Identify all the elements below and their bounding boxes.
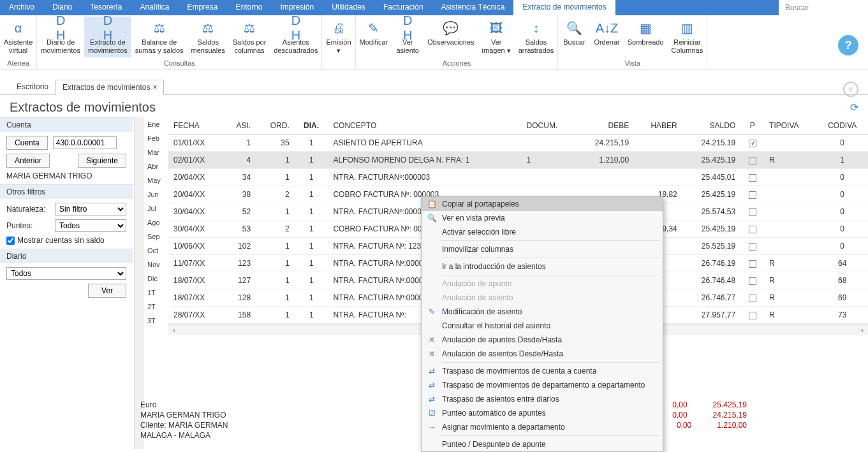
ribbon-ver[interactable]: 🖼Ver imagen ▾ [478, 17, 515, 57]
close-icon[interactable]: × [152, 83, 157, 92]
menu-extracto-de-movimientos[interactable]: Extracto de movimientos [513, 0, 615, 15]
table-row[interactable]: 20/04/XX3411NTRA. FACTURANº:00000325.445… [168, 169, 868, 186]
punteo-checkbox[interactable] [749, 157, 756, 164]
punteo-select[interactable]: Todos [55, 219, 126, 232]
ctx-modificaci-n-de-asiento[interactable]: ✎Modificación de asiento [422, 305, 663, 319]
col-saldo[interactable]: SALDO [682, 117, 740, 135]
ribbon-balance-de[interactable]: ⚖Balance de sumas y saldos [131, 17, 188, 57]
col-concepto[interactable]: CONCEPTO [328, 117, 521, 135]
menu-analítica[interactable]: Analítica [131, 0, 178, 15]
subtab-extractos-de-movimientos[interactable]: Extractos de movimientos× [55, 80, 164, 95]
col-codiva[interactable]: CODIVA [816, 117, 868, 135]
extracto-de-icon: D H [98, 19, 118, 37]
col-docum[interactable]: DOCUM. [522, 117, 576, 135]
ribbon-saldos[interactable]: ↕Saldos arrastrados [515, 17, 558, 57]
ctx-punteo-autom-tico-de-apuntes[interactable]: ☑Punteo automático de apuntes [422, 406, 663, 420]
refresh-icon[interactable]: ⟳ [850, 101, 858, 113]
ctx-anulaci-n-de-asientos-desde-hasta[interactable]: ✕Anulación de asientos Desde/Hasta [422, 347, 663, 361]
ribbon-diario-de[interactable]: D HDiario de movimientos [37, 17, 84, 57]
ribbon-asientos[interactable]: D HAsientos descuadrados [270, 17, 321, 57]
ctx-punteo-despunteo-de-apunte[interactable]: Punteo / Despunteo de apunte [422, 437, 663, 451]
month-3t[interactable]: 3T [143, 314, 168, 328]
punteo-checkbox[interactable] [749, 260, 756, 268]
col-ord[interactable]: ORD. [256, 117, 295, 135]
punteo-checkbox[interactable] [749, 312, 756, 319]
col-haber[interactable]: HABER [634, 117, 682, 135]
ribbon-ver[interactable]: D HVer asiento [392, 17, 423, 57]
ctx-inmovilizar-columnas[interactable]: Inmovilizar columnas [422, 242, 663, 256]
month-nov[interactable]: Nov [143, 258, 168, 272]
ribbon-asistente[interactable]: αAsistente virtual [0, 17, 36, 57]
search-input[interactable]: Buscar [779, 0, 868, 15]
ribbon-saldos[interactable]: ⚖Saldos mensuales [188, 17, 229, 57]
month-ene[interactable]: Ene [143, 117, 168, 131]
month-oct[interactable]: Oct [143, 244, 168, 258]
cuenta-input[interactable] [53, 136, 117, 149]
menu-archivo[interactable]: Archivo [0, 0, 43, 15]
ribbon-reiniciar[interactable]: ▥Reiniciar Columnas [668, 17, 707, 57]
col-fecha[interactable]: FECHA [168, 117, 223, 135]
month-ago[interactable]: Ago [143, 215, 168, 230]
month-dic[interactable]: Dic [143, 272, 168, 286]
month-sep[interactable]: Sep [143, 230, 168, 244]
col-debe[interactable]: DEBE [576, 117, 634, 135]
ribbon-modificar[interactable]: ✎Modificar [356, 17, 392, 49]
col-tipoiva[interactable]: TIPOIVA [764, 117, 816, 135]
month-2t[interactable]: 2T [143, 300, 168, 314]
table-row[interactable]: 01/01/XX1351ASIENTO DE APERTURA24.215,19… [168, 135, 868, 152]
help-icon[interactable]: ? [838, 35, 858, 55]
punteo-label: Punteo: [6, 221, 50, 230]
anterior-button[interactable]: Anterior [6, 154, 50, 168]
ribbon-saldos-por[interactable]: ⚖Saldos por columnas [229, 17, 270, 57]
diario-select[interactable]: Todos [6, 267, 126, 280]
ctx-activar-selecci-n-libre[interactable]: Activar selección libre [422, 225, 663, 239]
menu-asistencia-técnica[interactable]: Asistencia Técnica [432, 0, 514, 15]
ctx-copiar-al-portapapeles[interactable]: 📋Copiar al portapapeles [422, 197, 663, 211]
col-asi[interactable]: ASI. [223, 117, 256, 135]
menu-utilidades[interactable]: Utilidades [323, 0, 374, 15]
month-1t[interactable]: 1T [143, 286, 168, 300]
add-icon[interactable]: + [843, 82, 858, 97]
punteo-checkbox[interactable] [749, 226, 756, 233]
ribbon-buscar[interactable]: 🔍Buscar [558, 17, 590, 49]
punteo-checkbox[interactable] [749, 277, 756, 285]
punteo-checkbox[interactable] [749, 191, 756, 199]
ctx-anulaci-n-de-apuntes-desde-hasta[interactable]: ✕Anulación de apuntes Desde/Hasta [422, 333, 663, 347]
cuenta-button[interactable]: Cuenta [6, 136, 48, 150]
month-may[interactable]: May [143, 173, 168, 187]
punteo-checkbox[interactable] [749, 208, 756, 216]
punteo-checkbox[interactable] [749, 243, 756, 251]
month-jun[interactable]: Jun [143, 187, 168, 201]
ctx-consultar-el-historial-del-asiento[interactable]: Consultar el historial del asiento [422, 319, 663, 333]
ctx-ir-a-la-introducci-n-de-asientos[interactable]: Ir a la introducción de asientos [422, 259, 663, 273]
month-feb[interactable]: Feb [143, 131, 168, 145]
scroll-left-icon[interactable]: ‹ [168, 326, 180, 335]
menu-empresa[interactable]: Empresa [178, 0, 226, 15]
ribbon-observaciones[interactable]: 💬Observaciones [423, 17, 478, 49]
month-jul[interactable]: Jul [143, 201, 168, 215]
ribbon-sombreado[interactable]: ▦Sombreado [624, 17, 668, 49]
ctx-ver-en-vista-previa[interactable]: 🔍Ver en vista previa [422, 211, 663, 225]
siguiente-button[interactable]: Siguiente [78, 154, 126, 168]
naturaleza-select[interactable]: Sin filtro [55, 203, 126, 215]
month-mar[interactable]: Mar [143, 145, 168, 159]
ctx-traspaso-de-movimientos-de-cuenta-a-cuen[interactable]: ⇄Traspaso de movimientos de cuenta a cue… [422, 364, 663, 378]
ribbon-emisi-n[interactable]: 🖨Emisión ▾ [322, 17, 355, 57]
ctx-traspaso-de-movimientos-de-departamento-[interactable]: ⇄Traspaso de movimientos de departamento… [422, 378, 663, 392]
table-row[interactable]: 02/01/XX411ALFONSO MORENO DELGA N. FRA: … [168, 152, 868, 169]
ctx-asignar-movimiento-a-departamento[interactable]: →Asignar movimiento a departamento [422, 420, 663, 434]
ver-button[interactable]: Ver [88, 284, 126, 298]
col-p[interactable]: P [740, 117, 764, 135]
ctx-traspaso-de-asientos-entre-diarios[interactable]: ⇄Traspaso de asientos entre diarios [422, 392, 663, 406]
punteo-checkbox[interactable] [749, 140, 756, 147]
scroll-right-icon[interactable]: › [857, 326, 868, 335]
month-abr[interactable]: Abr [143, 159, 168, 173]
ribbon-extracto-de[interactable]: D HExtracto de movimientos [84, 17, 131, 57]
ribbon-ordenar[interactable]: A↓ZOrdenar [590, 17, 623, 49]
mostrar-checkbox[interactable] [6, 237, 15, 245]
subtab-escritorio[interactable]: Escritorio [10, 79, 55, 94]
punteo-checkbox[interactable] [749, 295, 756, 302]
punteo-checkbox[interactable] [749, 174, 756, 182]
col-dia[interactable]: DIA. [295, 117, 328, 135]
menu-entorno[interactable]: Entorno [226, 0, 271, 15]
